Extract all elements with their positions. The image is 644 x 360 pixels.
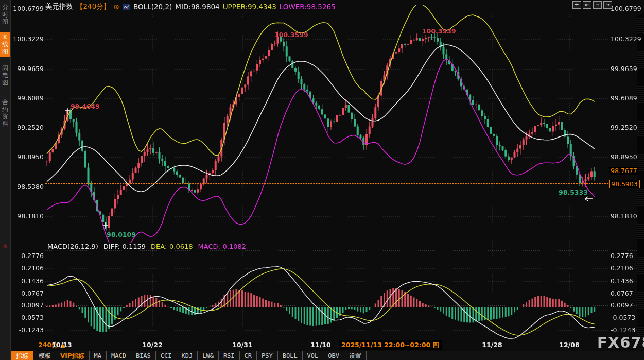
boll-mid-value: MID:98.9804 [175, 3, 219, 11]
period-badge[interactable]: 【240分】 [76, 2, 110, 11]
toolbar-item-LW&[interactable]: LW& [197, 351, 218, 360]
toolbar-item-CCI[interactable]: CCI [155, 351, 177, 360]
toolbar-item-CR[interactable]: CR [239, 351, 256, 360]
chart-type-icon[interactable] [123, 4, 130, 10]
price-axis-label-left: 100.3229 [13, 35, 44, 43]
chart-toolbuttons: ✛⇤⇥↦ [572, 1, 612, 9]
price-axis-label-right: 100.3229 [611, 35, 641, 43]
price-axis-label-right: 98.1810 [611, 212, 637, 220]
price-axis-label-right: 100.6799 [611, 5, 641, 12]
toolbar-item-PSY[interactable]: PSY [256, 351, 277, 360]
price-annotation: 100.3599 [274, 31, 308, 39]
macd-axis-label-right: 0.0767 [611, 289, 633, 297]
macd-macd-value: MACD:-0.1082 [198, 243, 247, 250]
date-tick: 11/28 [482, 341, 502, 349]
candlestick-chart-canvas[interactable] [0, 0, 644, 360]
toolbar-item-设置[interactable]: 设置 [344, 351, 367, 360]
current-price-tag: 98.5903 [609, 180, 640, 188]
sidebar-tab-合约资料[interactable]: 合 约 资 料 [0, 97, 10, 129]
sidebar-tab-闪电图[interactable]: 闪 电 图 [0, 63, 10, 88]
date-tick: 10/13 [51, 341, 72, 349]
fx678-watermark: FX678 [597, 334, 644, 351]
macd-axis-label-left: 0.2106 [13, 264, 44, 272]
date-tick: 10/22 [142, 341, 162, 349]
macd-axis-label-left: -0.1243 [13, 326, 44, 334]
macd-axis-label-right: -0.1243 [611, 326, 635, 334]
price-axis-label-right: 99.2520 [611, 124, 637, 131]
price-annotation: 98.5333 [559, 188, 588, 196]
red-burst-icon[interactable]: ☼ [1, 243, 9, 250]
macd-axis-label-left: 0.2776 [13, 252, 44, 260]
price-axis-label-right: 99.6089 [611, 94, 637, 102]
price-axis-label-left: 98.5380 [13, 183, 44, 191]
time-axis: 240分 ▲ 10/1310/2210/3111/1011/2812/08 20… [10, 340, 644, 351]
scale-right-button[interactable]: ⇥ [593, 1, 602, 9]
toolbar-item-KDJ[interactable]: KDJ [177, 351, 198, 360]
price-annotation: 98.0109 [107, 231, 136, 238]
macd-axis-label-right: 0.2776 [611, 252, 633, 260]
macd-axis-label-left: 0.1436 [13, 277, 44, 285]
left-sidebar: 分 时 图K 线 图闪 电 图合 约 资 料☼ [0, 0, 11, 360]
macd-axis-label-right: -0.0573 [611, 314, 635, 321]
macd-params-label: MACD(26,12,9) [47, 243, 98, 250]
last-price-dashed-line [45, 183, 637, 184]
trading-app-window: 分 时 图K 线 图闪 电 图合 约 资 料☼ 美元指数 【240分】 ⊕ BO… [0, 0, 644, 360]
macd-axis-label-right: 0.0097 [611, 301, 633, 309]
toolbar-item-模板[interactable]: 模板 [34, 351, 56, 360]
crosshair-button[interactable]: ✛ [572, 1, 581, 9]
price-axis-label-left: 99.9659 [13, 65, 44, 73]
price-axis-label-right: 98.8950 [611, 153, 637, 161]
last-close-price-tag: 98.7677 [609, 167, 639, 175]
add-indicator-icon[interactable]: ⊕ [113, 3, 119, 11]
goto-end-button[interactable]: ↦ [603, 1, 612, 9]
selected-bar-time-label: 2025/11/13 22:00~02:00 四 [339, 340, 442, 350]
macd-axis-label-left: 0.0767 [13, 289, 44, 297]
toolbar-item-OBV[interactable]: OBV [323, 351, 344, 360]
date-tick: 10/31 [232, 341, 252, 349]
toolbar-item-VIP指标[interactable]: VIP指标 [56, 351, 89, 360]
boll-lower-value: LOWER:98.5265 [280, 3, 336, 11]
symbol-title: 美元指数 [45, 2, 73, 11]
date-tick: 11/10 [310, 341, 330, 349]
sidebar-tab-K线图[interactable]: K 线 图 [0, 32, 10, 57]
macd-diff-value: DIFF:-0.1159 [103, 243, 146, 250]
price-axis-label-left: 99.2520 [13, 124, 44, 131]
scale-left-button[interactable]: ⇤ [583, 1, 591, 9]
price-axis-label-right: 99.9659 [611, 65, 637, 73]
toolbar-item-BIAS[interactable]: BIAS [131, 351, 155, 360]
price-annotation: 99.4649 [71, 102, 100, 110]
boll-label: BOLL(20,2) [133, 3, 172, 11]
macd-axis-label-right: 0.1436 [611, 277, 633, 285]
toolbar-item-VOL[interactable]: VOL [302, 351, 323, 360]
price-annotation: 100.3939 [422, 27, 456, 35]
boll-upper-value: UPPER:99.4343 [223, 3, 276, 11]
price-axis-label-left: 98.8950 [13, 153, 44, 161]
macd-axis-label-right: 0.2106 [611, 264, 633, 272]
toolbar-item-RSI[interactable]: RSI [218, 351, 239, 360]
toolbar-item-指标[interactable]: 指标 [11, 351, 33, 360]
toolbar-item-BOLL[interactable]: BOLL [277, 351, 302, 360]
toolbar-item-MA[interactable]: MA [89, 351, 106, 360]
macd-axis-label-left: 0.0097 [13, 301, 44, 309]
chart-header: 美元指数 【240分】 ⊕ BOLL(20,2) MID:98.9804 UPP… [45, 2, 336, 11]
price-axis-label-left: 100.6799 [13, 5, 44, 12]
macd-header: MACD(26,12,9) DIFF:-0.1159 DEA:-0.0618 M… [47, 243, 246, 250]
price-axis-label-left: 99.6089 [13, 94, 44, 102]
macd-axis-label-left: -0.0573 [13, 314, 44, 321]
macd-dea-value: DEA:-0.0618 [151, 243, 193, 250]
date-tick: 12/08 [559, 341, 579, 349]
indicator-toolbar: 指标模板VIP指标MAMACDBIASCCIKDJLW&RSICRPSYBOLL… [10, 351, 644, 360]
price-axis-label-left: 98.1810 [13, 212, 44, 220]
toolbar-item-MACD[interactable]: MACD [106, 351, 131, 360]
sidebar-tab-分时图[interactable]: 分 时 图 [0, 2, 10, 27]
right-scroll-strip[interactable] [637, 14, 644, 339]
